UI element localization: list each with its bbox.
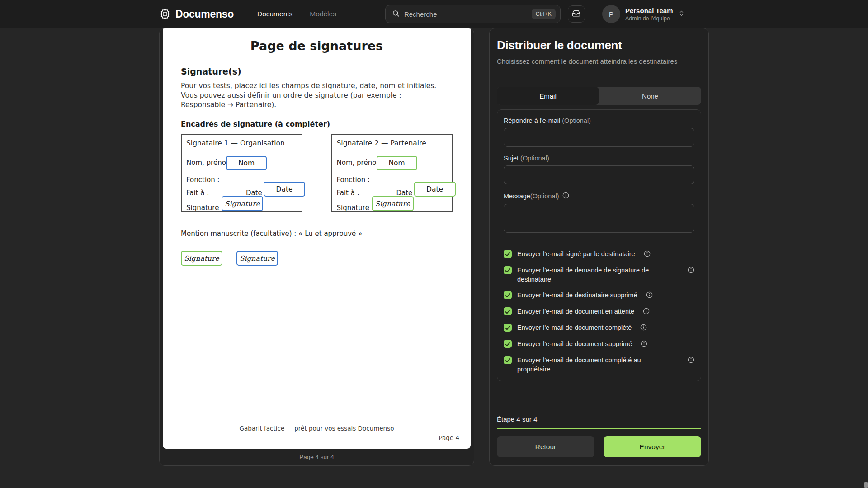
place-label: Fait à : — [337, 189, 359, 197]
info-icon[interactable] — [643, 308, 650, 316]
message-textarea[interactable] — [504, 204, 694, 233]
step-progress-bar — [497, 428, 701, 429]
place-label: Fait à : — [186, 189, 209, 197]
checkbox-checked[interactable] — [504, 291, 512, 299]
info-icon[interactable] — [688, 267, 694, 275]
document-title: Page de signatures — [163, 28, 471, 53]
step-indicator: Étape 4 sur 4 — [497, 415, 701, 423]
info-icon[interactable] — [641, 340, 647, 349]
panel-title: Distribuer le document — [497, 38, 701, 52]
tab-email[interactable]: Email — [497, 87, 599, 105]
function-label: Fonction : — [337, 176, 370, 184]
documenso-seal-icon — [159, 8, 171, 20]
inbox-button[interactable] — [568, 5, 585, 23]
signature-label: Signature : — [186, 204, 223, 212]
message-label: Message (Optional) — [504, 192, 694, 200]
info-icon[interactable] — [640, 324, 647, 333]
check-row-signed: Envoyer l'e-mail signé par le destinatai… — [504, 249, 694, 259]
search-shortcut-badge: Ctrl+K — [532, 9, 556, 19]
check-row-completed-owner: Envoyer l'e-mail de document complété au… — [504, 356, 694, 374]
tab-none[interactable]: None — [599, 87, 701, 105]
mention-fields-row: Signature Signature — [181, 251, 453, 266]
document-footnote: Gabarit factice — prêt pour vos essais D… — [163, 425, 471, 432]
avatar: P — [602, 5, 620, 23]
message-info-icon[interactable] — [562, 192, 569, 200]
signature-label: Signature : — [337, 204, 374, 212]
mention-signature-field-green[interactable]: Signature — [181, 251, 222, 266]
date-signature-field[interactable]: Date — [414, 182, 456, 197]
reply-to-input[interactable] — [504, 128, 694, 147]
email-checkbox-list: Envoyer l'e-mail signé par le destinatai… — [504, 249, 694, 374]
mention-text: Mention manuscrite (facultative) : « Lu … — [181, 230, 453, 238]
signature-field[interactable]: Signature — [222, 196, 263, 211]
check-row-document-completed: Envoyer l'e-mail de document complété — [504, 323, 694, 333]
divider — [497, 73, 701, 73]
signer-box-1: Signataire 1 — Organisation Nom, prénom … — [181, 134, 302, 212]
name-signature-field[interactable]: Nom — [377, 156, 417, 170]
nav-documents[interactable]: Documents — [257, 10, 292, 18]
distribute-panel: Distribuer le document Choisissez commen… — [489, 28, 709, 466]
email-options-card: Répondre à l'e-mail (Optional) Sujet (Op… — [497, 109, 701, 381]
signer-boxes-row: Signataire 1 — Organisation Nom, prénom … — [181, 134, 453, 212]
team-role: Admin de l'équipe — [625, 15, 673, 22]
search-icon — [392, 9, 400, 19]
name-signature-field[interactable]: Nom — [226, 156, 267, 170]
info-icon[interactable] — [644, 250, 651, 259]
pdf-page: Page de signatures Signature(s) Pour vos… — [163, 28, 471, 449]
back-button[interactable]: Retour — [497, 436, 594, 457]
signer-box-title: Signataire 2 — Partenaire — [337, 139, 426, 147]
function-label: Fonction : — [186, 176, 220, 184]
documenso-logo[interactable]: Documenso — [159, 8, 234, 20]
mention-signature-field-blue[interactable]: Signature — [236, 251, 278, 266]
user-menu[interactable]: P Personal Team Admin de l'équipe — [602, 5, 685, 23]
page-pagination: Page 4 sur 4 — [160, 449, 474, 465]
panel-subtitle: Choisissez comment le document atteindra… — [497, 57, 701, 65]
inbox-icon — [572, 9, 580, 19]
document-page-number: Page 4 — [439, 434, 459, 441]
subject-label: Sujet (Optional) — [504, 155, 694, 162]
top-navbar: Documenso Documents Modèles Ctrl+K P Per… — [0, 0, 868, 28]
document-intro: Pour vos tests, placez ici les champs de… — [181, 81, 445, 110]
info-icon[interactable] — [688, 357, 694, 365]
document-section-heading: Signature(s) — [181, 66, 453, 76]
signer-box-title: Signataire 1 — Organisation — [186, 139, 285, 147]
date-signature-field[interactable]: Date — [264, 182, 305, 197]
check-row-recipient-removed: Envoyer l'e-mail de destinataire supprim… — [504, 291, 694, 300]
search-bar[interactable]: Ctrl+K — [385, 5, 561, 23]
subject-input[interactable] — [504, 165, 694, 184]
brand-name: Documenso — [175, 8, 234, 20]
chevrons-up-down-icon — [678, 10, 685, 19]
checkbox-checked[interactable] — [504, 307, 512, 315]
check-row-document-deleted: Envoyer l'e-mail de document supprimé — [504, 339, 694, 349]
checkbox-checked[interactable] — [504, 340, 512, 348]
search-input[interactable] — [404, 10, 532, 18]
signature-field[interactable]: Signature — [372, 196, 414, 211]
wizard-footer: Étape 4 sur 4 Retour Envoyer — [497, 415, 701, 457]
checkbox-checked[interactable] — [504, 324, 512, 332]
page-scrollbar-thumb[interactable] — [864, 482, 868, 488]
document-boxes-heading: Encadrés de signature (à compléter) — [181, 120, 453, 128]
reply-to-label: Répondre à l'e-mail (Optional) — [504, 117, 694, 124]
send-button[interactable]: Envoyer — [604, 436, 701, 457]
document-viewer-card: Page de signatures Signature(s) Pour vos… — [159, 28, 474, 466]
check-row-document-pending: Envoyer l'e-mail de document en attente — [504, 307, 694, 316]
distribution-method-toggle: Email None — [497, 87, 701, 105]
info-icon[interactable] — [646, 291, 653, 300]
checkbox-checked[interactable] — [504, 356, 512, 364]
primary-nav: Documents Modèles — [257, 10, 336, 18]
team-name: Personal Team — [625, 6, 673, 15]
nav-modeles[interactable]: Modèles — [310, 10, 336, 18]
check-row-signing-request: Envoyer l'e-mail de demande de signature… — [504, 266, 694, 284]
checkbox-checked[interactable] — [504, 266, 512, 274]
checkbox-checked[interactable] — [504, 250, 512, 258]
signer-box-2: Signataire 2 — Partenaire Nom, prénom : … — [331, 134, 453, 212]
